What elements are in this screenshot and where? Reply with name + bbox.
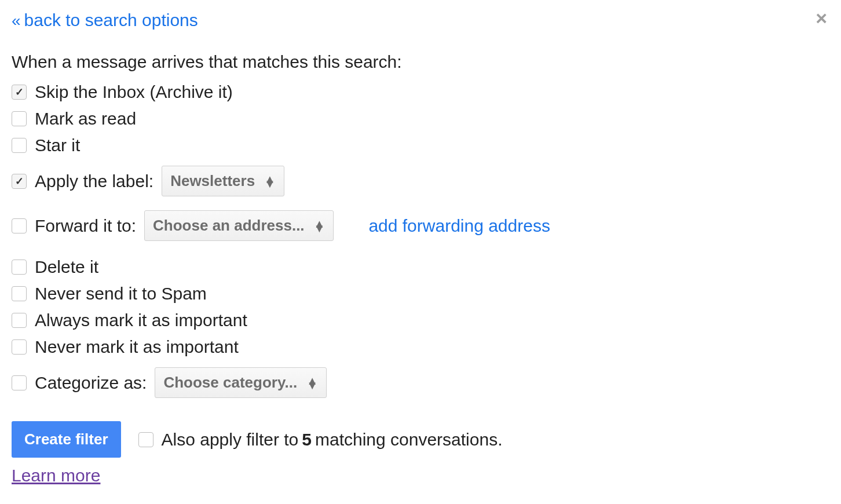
checkbox-skip-inbox[interactable] <box>12 85 27 100</box>
learn-more-link[interactable]: Learn more <box>12 466 100 485</box>
label-never-important: Never mark it as important <box>35 337 239 357</box>
option-skip-inbox: Skip the Inbox (Archive it) <box>12 79 829 105</box>
label-mark-read: Mark as read <box>35 109 136 129</box>
select-category[interactable]: Choose category... ▲▼ <box>155 367 326 398</box>
label-delete: Delete it <box>35 257 98 277</box>
label-apply-label: Apply the label: <box>35 171 153 191</box>
also-apply-row: Also apply filter to 5 matching conversa… <box>138 430 503 450</box>
close-icon[interactable]: × <box>816 8 827 28</box>
checkbox-forward[interactable] <box>12 218 27 233</box>
select-apply-label[interactable]: Newsletters ▲▼ <box>162 166 284 196</box>
updown-icon: ▲▼ <box>264 177 276 186</box>
option-apply-label: Apply the label: Newsletters ▲▼ <box>12 159 829 203</box>
also-apply-count: 5 <box>302 430 312 450</box>
label-forward: Forward it to: <box>35 216 136 236</box>
option-delete: Delete it <box>12 254 829 280</box>
option-forward: Forward it to: Choose an address... ▲▼ a… <box>12 203 829 248</box>
label-skip-inbox: Skip the Inbox (Archive it) <box>35 82 233 102</box>
filter-actions-panel: «back to search options × When a message… <box>0 0 841 497</box>
select-forward-value: Choose an address... <box>153 217 305 235</box>
label-star: Star it <box>35 136 80 155</box>
create-filter-button[interactable]: Create filter <box>12 421 121 458</box>
label-never-spam: Never send it to Spam <box>35 284 207 304</box>
checkbox-always-important[interactable] <box>12 313 27 328</box>
updown-icon: ▲▼ <box>314 221 326 231</box>
checkbox-also-apply[interactable] <box>138 432 153 447</box>
checkbox-mark-read[interactable] <box>12 111 27 126</box>
select-forward-address[interactable]: Choose an address... ▲▼ <box>144 210 334 241</box>
back-to-search-link[interactable]: «back to search options <box>12 10 198 30</box>
label-categorize: Categorize as: <box>35 373 147 393</box>
label-always-important: Always mark it as important <box>35 311 247 330</box>
intro-text: When a message arrives that matches this… <box>12 52 829 72</box>
checkbox-never-spam[interactable] <box>12 286 27 301</box>
select-category-value: Choose category... <box>163 374 297 392</box>
option-never-spam: Never send it to Spam <box>12 280 829 307</box>
checkbox-categorize[interactable] <box>12 375 27 390</box>
option-star: Star it <box>12 132 829 159</box>
checkbox-never-important[interactable] <box>12 339 27 355</box>
option-never-important: Never mark it as important <box>12 334 829 360</box>
checkbox-delete[interactable] <box>12 260 27 275</box>
also-apply-suffix: matching conversations. <box>315 430 503 450</box>
option-mark-read: Mark as read <box>12 105 829 132</box>
footer-row: Create filter Also apply filter to 5 mat… <box>12 421 829 458</box>
checkbox-apply-label[interactable] <box>12 174 27 189</box>
updown-icon: ▲▼ <box>306 378 318 388</box>
also-apply-prefix: Also apply filter to <box>162 430 299 450</box>
add-forwarding-address-link[interactable]: add forwarding address <box>368 216 550 236</box>
option-categorize: Categorize as: Choose category... ▲▼ <box>12 360 829 405</box>
back-chevron-icon: « <box>12 12 21 30</box>
option-always-important: Always mark it as important <box>12 307 829 334</box>
back-link-label: back to search options <box>24 10 198 30</box>
checkbox-star[interactable] <box>12 138 27 153</box>
select-apply-label-value: Newsletters <box>170 172 255 190</box>
